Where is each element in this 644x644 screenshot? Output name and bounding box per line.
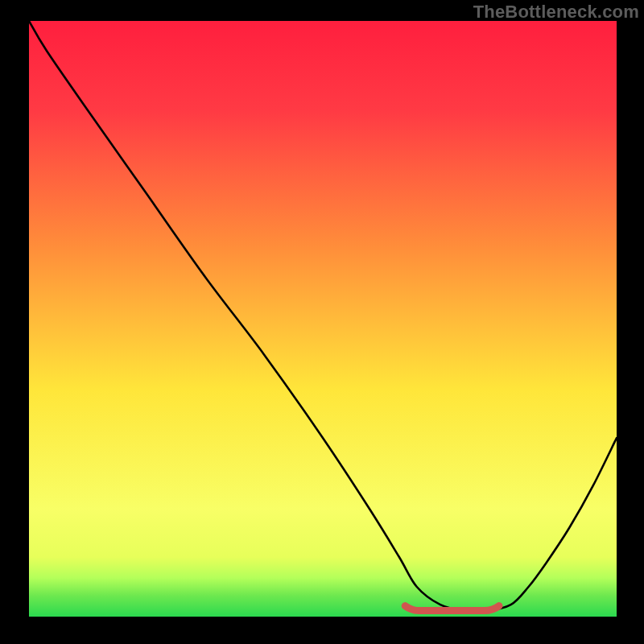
chart-container: TheBottleneck.com [0, 0, 644, 644]
gradient-background [29, 21, 617, 617]
watermark-text: TheBottleneck.com [473, 2, 639, 23]
bottleneck-chart [29, 21, 617, 617]
